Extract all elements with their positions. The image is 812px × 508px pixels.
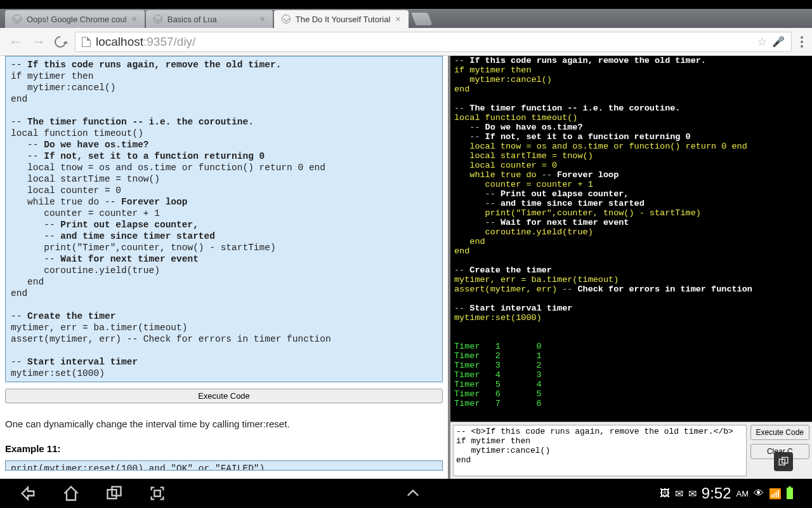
new-tab-button[interactable] <box>411 13 432 25</box>
terminal-output[interactable]: -- If this code runs again, remove the o… <box>450 56 812 422</box>
example-11-label: Example 11: <box>5 443 443 454</box>
tab-label: The Do It Yourself Tutorial <box>296 15 391 24</box>
url-path: :9357/diy/ <box>143 35 195 48</box>
close-icon[interactable]: × <box>132 14 137 24</box>
wifi-icon: 📶 <box>769 488 782 500</box>
page-icon <box>282 15 291 23</box>
site-icon <box>82 37 91 47</box>
svg-rect-4 <box>154 490 160 496</box>
expand-up-icon[interactable] <box>404 485 422 502</box>
home-icon[interactable] <box>62 485 80 502</box>
address-bar[interactable]: localhost:9357/diy/ ☆ 🎤 <box>75 32 792 52</box>
tab-2[interactable]: Basics of Lua × <box>146 10 273 28</box>
close-icon[interactable]: × <box>260 14 265 24</box>
back-button[interactable]: ← <box>9 34 23 50</box>
right-panel: -- If this code runs again, remove the o… <box>450 56 812 479</box>
execute-code-button-right[interactable]: Execute Code <box>750 425 809 440</box>
eye-icon: 👁 <box>754 488 764 499</box>
recent-apps-icon[interactable] <box>105 485 123 502</box>
back-icon[interactable] <box>19 485 37 502</box>
browser-tabs-bar: Oops! Google Chrome coul × Basics of Lua… <box>0 9 812 28</box>
left-panel: -- If this code runs again, remove the o… <box>0 56 448 479</box>
tab-label: Basics of Lua <box>167 15 217 24</box>
mic-icon[interactable]: 🎤 <box>772 36 785 48</box>
execute-code-button[interactable]: Execute Code <box>5 389 443 403</box>
tab-3-active[interactable]: The Do It Yourself Tutorial × <box>274 10 409 28</box>
reload-button[interactable] <box>52 34 68 50</box>
tab-label: Oops! Google Chrome coul <box>27 15 127 24</box>
browser-toolbar: ← → localhost:9357/diy/ ☆ 🎤 <box>0 28 812 56</box>
battery-icon <box>787 488 793 499</box>
clock-time: 9:52 <box>702 485 731 502</box>
url-host: localhost <box>96 35 143 48</box>
forward-button[interactable]: → <box>32 34 46 50</box>
bookmark-icon[interactable]: ☆ <box>757 35 767 49</box>
page-icon <box>154 15 162 23</box>
code-example-10[interactable]: -- If this code runs again, remove the o… <box>5 56 443 382</box>
clock-ampm: AM <box>737 489 749 498</box>
terminal-input-area: -- <b>If this code runs again, remove th… <box>450 422 812 479</box>
page-icon <box>13 15 22 23</box>
tab-1[interactable]: Oops! Google Chrome coul × <box>5 10 145 28</box>
description-text: One can dynamically change the interval … <box>5 418 443 429</box>
multi-window-icon[interactable] <box>774 452 793 471</box>
screenshot-icon[interactable] <box>148 485 166 502</box>
mail-icon-2: ✉ <box>688 488 697 500</box>
close-icon[interactable]: × <box>395 14 400 24</box>
code-input[interactable]: -- <b>If this code runs again, remove th… <box>453 425 747 476</box>
mail-icon: ✉ <box>675 488 683 500</box>
code-example-11[interactable]: print(mytimer:reset(100) and "OK" or "FA… <box>5 460 443 471</box>
menu-button[interactable] <box>801 36 803 48</box>
android-nav-bar: 🖼 ✉ ✉ 9:52 AM 👁 📶 <box>0 479 812 508</box>
picture-icon: 🖼 <box>660 488 670 499</box>
